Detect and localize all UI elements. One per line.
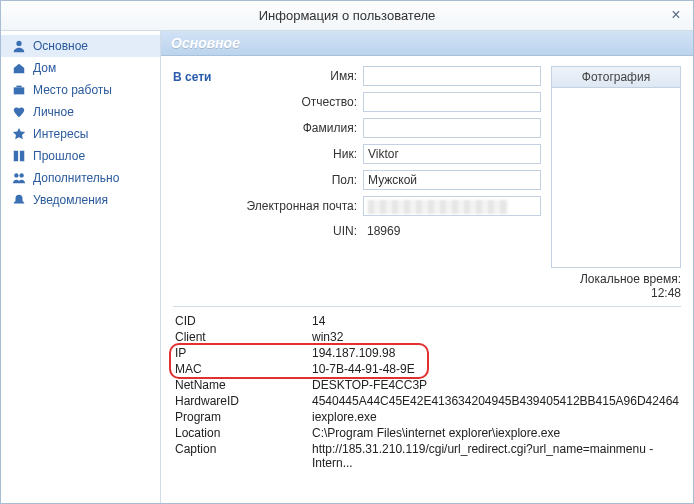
sidebar-item-label: Уведомления <box>33 193 108 207</box>
middle-label: Отчество: <box>233 95 363 109</box>
table-row: IP194.187.109.98 <box>173 345 681 361</box>
nick-label: Ник: <box>233 147 363 161</box>
sys-val: 194.187.109.98 <box>310 345 681 361</box>
photo-header: Фотография <box>551 66 681 88</box>
sys-val: 10-7B-44-91-48-9E <box>310 361 681 377</box>
sys-key: NetName <box>173 377 310 393</box>
photo-box[interactable] <box>551 88 681 268</box>
nick-field[interactable] <box>363 144 541 164</box>
titlebar: Информация о пользователе × <box>1 1 693 31</box>
gender-label: Пол: <box>233 173 363 187</box>
home-icon <box>11 60 27 76</box>
table-row: HardwareID4540445A44C45E42E413634204945B… <box>173 393 681 409</box>
heart-icon <box>11 104 27 120</box>
table-row: Programiexplore.exe <box>173 409 681 425</box>
sidebar-item-5[interactable]: Прошлое <box>1 145 160 167</box>
sys-key: Location <box>173 425 310 441</box>
sys-key: MAC <box>173 361 310 377</box>
sys-key: HardwareID <box>173 393 310 409</box>
book-icon <box>11 148 27 164</box>
close-icon[interactable]: × <box>667 7 685 25</box>
sys-val: iexplore.exe <box>310 409 681 425</box>
email-field[interactable] <box>363 196 541 216</box>
svg-point-0 <box>16 41 21 46</box>
table-row: CID14 <box>173 313 681 329</box>
svg-point-3 <box>14 173 18 177</box>
email-blurred <box>368 200 508 214</box>
gender-field[interactable] <box>363 170 541 190</box>
people-icon <box>11 170 27 186</box>
sidebar-item-label: Дополнительно <box>33 171 119 185</box>
svg-point-4 <box>19 173 23 177</box>
svg-rect-1 <box>14 87 25 94</box>
table-row: MAC10-7B-44-91-48-9E <box>173 361 681 377</box>
section-header: Основное <box>161 31 693 56</box>
briefcase-icon <box>11 82 27 98</box>
sys-val: 4540445A44C45E42E413634204945B439405412B… <box>310 393 681 409</box>
online-status: В сети <box>173 66 223 84</box>
sys-key: Client <box>173 329 310 345</box>
table-row: LocationC:\Program Files\internet explor… <box>173 425 681 441</box>
sidebar-item-1[interactable]: Дом <box>1 57 160 79</box>
bell-icon <box>11 192 27 208</box>
sys-key: Caption <box>173 441 310 471</box>
sys-val: win32 <box>310 329 681 345</box>
sidebar-item-label: Личное <box>33 105 74 119</box>
sidebar-item-label: Место работы <box>33 83 112 97</box>
local-time: Локальное время: 12:48 <box>551 272 681 300</box>
sidebar-item-4[interactable]: Интересы <box>1 123 160 145</box>
name-field[interactable] <box>363 66 541 86</box>
sidebar: ОсновноеДомМесто работыЛичноеИнтересыПро… <box>1 31 161 503</box>
sidebar-item-2[interactable]: Место работы <box>1 79 160 101</box>
divider <box>173 306 681 307</box>
name-label: Имя: <box>233 69 363 83</box>
sys-val: DESKTOP-FE4CC3P <box>310 377 681 393</box>
person-icon <box>11 38 27 54</box>
svg-rect-2 <box>16 86 21 88</box>
sidebar-item-3[interactable]: Личное <box>1 101 160 123</box>
sidebar-item-0[interactable]: Основное <box>1 35 160 57</box>
surname-field[interactable] <box>363 118 541 138</box>
table-row: Clientwin32 <box>173 329 681 345</box>
sidebar-item-label: Прошлое <box>33 149 85 163</box>
table-row: Captionhttp://185.31.210.119/cgi/url_red… <box>173 441 681 471</box>
star-icon <box>11 126 27 142</box>
sidebar-item-7[interactable]: Уведомления <box>1 189 160 211</box>
uin-value: 18969 <box>363 222 541 240</box>
system-info-table: CID14Clientwin32IP194.187.109.98MAC10-7B… <box>173 313 681 471</box>
sys-val: 14 <box>310 313 681 329</box>
middle-field[interactable] <box>363 92 541 112</box>
sys-val: http://185.31.210.119/cgi/url_redirect.c… <box>310 441 681 471</box>
sidebar-item-label: Интересы <box>33 127 88 141</box>
table-row: NetNameDESKTOP-FE4CC3P <box>173 377 681 393</box>
sys-key: CID <box>173 313 310 329</box>
surname-label: Фамилия: <box>233 121 363 135</box>
window-title: Информация о пользователе <box>259 8 436 23</box>
sidebar-item-label: Основное <box>33 39 88 53</box>
sys-key: Program <box>173 409 310 425</box>
sidebar-item-6[interactable]: Дополнительно <box>1 167 160 189</box>
sidebar-item-label: Дом <box>33 61 56 75</box>
user-info-window: Информация о пользователе × ОсновноеДомМ… <box>0 0 694 504</box>
email-label: Электронная почта: <box>233 199 363 213</box>
uin-label: UIN: <box>233 224 363 238</box>
sys-key: IP <box>173 345 310 361</box>
sys-val: C:\Program Files\internet explorer\iexpl… <box>310 425 681 441</box>
